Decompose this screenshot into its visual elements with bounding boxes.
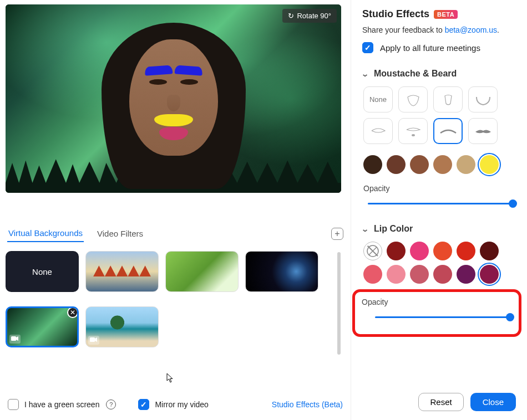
remove-background-button[interactable]: ✕ xyxy=(67,307,78,318)
color-swatch[interactable] xyxy=(433,265,452,284)
background-option[interactable] xyxy=(85,251,159,292)
background-option[interactable] xyxy=(165,251,239,292)
apply-all-label: Apply to all future meetings xyxy=(380,43,480,53)
moustache-opacity-slider[interactable] xyxy=(368,198,515,209)
color-swatch[interactable] xyxy=(387,265,406,284)
slider-track xyxy=(368,203,515,204)
color-swatch-selected[interactable] xyxy=(480,265,499,284)
moustache-style[interactable] xyxy=(433,86,463,112)
moustache-style[interactable] xyxy=(398,118,428,144)
slider-thumb[interactable] xyxy=(509,199,517,208)
background-thumbnails: None ✕ xyxy=(6,251,333,355)
feedback-text: Share your feedback to beta@zoom.us. xyxy=(362,25,517,34)
green-screen-checkbox[interactable] xyxy=(8,399,19,410)
moustache-opacity-label: Opacity xyxy=(363,184,517,193)
mirror-video-checkbox[interactable]: ✓ xyxy=(138,399,149,410)
section-moustache-title: Moustache & Beard xyxy=(374,69,457,79)
color-swatch[interactable] xyxy=(410,265,429,284)
rotate-label: Rotate 90° xyxy=(297,12,331,20)
rotate-button[interactable]: ↻ Rotate 90° xyxy=(282,9,337,23)
moustache-effect xyxy=(154,114,193,126)
color-swatch[interactable] xyxy=(387,155,406,174)
color-swatch[interactable] xyxy=(433,242,452,260)
video-preview: ↻ Rotate 90° xyxy=(6,4,341,193)
color-swatch-selected[interactable] xyxy=(480,155,499,174)
moustache-none[interactable]: None xyxy=(363,86,393,112)
moustache-style[interactable] xyxy=(468,118,498,144)
close-button[interactable]: Close xyxy=(470,393,516,411)
moustache-style-grid: None xyxy=(363,86,517,144)
section-lip-title: Lip Color xyxy=(374,224,413,234)
chevron-down-icon: ⌄ xyxy=(361,225,369,233)
lip-opacity-slider[interactable] xyxy=(375,312,512,323)
beta-badge: BETA xyxy=(434,10,458,19)
section-lip-header[interactable]: ⌄ Lip Color xyxy=(362,224,517,234)
slider-track xyxy=(375,316,512,318)
color-swatch[interactable] xyxy=(480,242,499,260)
color-swatch[interactable] xyxy=(387,242,406,260)
help-icon[interactable]: ? xyxy=(106,399,116,409)
eyebrow-effect xyxy=(144,65,173,75)
reset-button[interactable]: Reset xyxy=(418,393,463,411)
color-swatch[interactable] xyxy=(363,155,382,174)
cursor-icon xyxy=(166,373,174,385)
apply-all-checkbox[interactable]: ✓ xyxy=(362,42,373,53)
camera-icon xyxy=(9,335,21,344)
svg-line-4 xyxy=(369,247,377,255)
plus-icon: + xyxy=(335,229,339,238)
color-swatch[interactable] xyxy=(363,265,382,284)
moustache-style[interactable] xyxy=(398,86,428,112)
color-swatch[interactable] xyxy=(410,242,429,260)
face-overlay xyxy=(113,23,235,189)
tab-virtual-backgrounds[interactable]: Virtual Backgrounds xyxy=(7,225,84,242)
background-none[interactable]: None xyxy=(6,251,79,292)
color-swatch[interactable] xyxy=(457,265,475,284)
studio-effects-link[interactable]: Studio Effects (Beta) xyxy=(272,400,343,409)
slider-thumb[interactable] xyxy=(506,313,514,321)
section-moustache-header[interactable]: ⌄ Moustache & Beard xyxy=(362,69,517,79)
svg-rect-1 xyxy=(90,337,95,342)
eyebrow-effect xyxy=(174,65,202,75)
chevron-down-icon: ⌄ xyxy=(361,70,369,78)
color-swatch[interactable] xyxy=(457,155,475,174)
highlight-annotation: Opacity xyxy=(352,289,521,337)
background-option[interactable] xyxy=(85,306,159,347)
lip-color-none[interactable] xyxy=(363,242,382,260)
moustache-style[interactable] xyxy=(363,118,393,144)
background-option-selected[interactable]: ✕ xyxy=(6,306,79,347)
green-screen-label: I have a green screen xyxy=(24,400,99,409)
lip-color-row-1 xyxy=(363,242,517,260)
check-icon: ✓ xyxy=(364,43,371,52)
svg-rect-0 xyxy=(11,336,16,341)
scrollbar[interactable] xyxy=(337,252,341,355)
svg-point-2 xyxy=(412,134,415,136)
add-background-button[interactable]: + xyxy=(331,228,343,240)
feedback-email-link[interactable]: beta@zoom.us xyxy=(445,25,497,34)
moustache-style[interactable] xyxy=(468,86,498,112)
moustache-color-row xyxy=(363,155,517,174)
color-swatch[interactable] xyxy=(410,155,429,174)
background-option[interactable] xyxy=(245,251,318,292)
color-swatch[interactable] xyxy=(457,242,475,260)
moustache-style-selected[interactable] xyxy=(433,118,463,144)
color-swatch[interactable] xyxy=(433,155,452,174)
none-icon xyxy=(366,244,379,258)
panel-title: Studio Effects xyxy=(362,8,429,20)
lip-color-row-2 xyxy=(363,265,517,284)
mirror-video-label: Mirror my video xyxy=(155,400,208,409)
camera-icon xyxy=(88,336,99,345)
tab-video-filters[interactable]: Video Filters xyxy=(96,226,144,242)
rotate-icon: ↻ xyxy=(288,12,294,20)
lip-opacity-label: Opacity xyxy=(362,298,512,306)
check-icon: ✓ xyxy=(140,400,147,409)
